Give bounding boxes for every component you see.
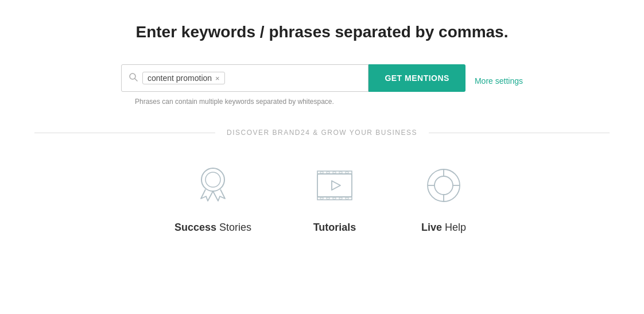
keyword-tag: content promotion × [142,72,225,84]
divider-section: DISCOVER BRAND24 & GROW YOUR BUSINESS [0,129,644,137]
get-mentions-button[interactable]: GET MENTIONS [368,64,465,92]
svg-rect-9 [333,172,336,173]
search-row: content promotion × GET MENTIONS [121,64,465,92]
divider-line-right [429,133,610,133]
keyword-tag-text: content promotion [148,73,212,83]
page-wrapper: Enter keywords / phrases separated by co… [0,0,644,234]
divider-line-left [34,133,215,133]
remove-keyword-button[interactable]: × [215,75,220,82]
search-box[interactable]: content promotion × [121,64,368,92]
svg-rect-7 [320,172,323,173]
svg-rect-4 [317,174,352,197]
search-hint: Phrases can contain multiple keywords se… [133,98,511,106]
svg-rect-10 [339,172,342,173]
svg-rect-14 [333,197,336,199]
search-icon [129,72,138,84]
svg-point-2 [201,168,224,191]
success-stories-card[interactable]: Success Stories [174,160,251,234]
more-settings-link[interactable]: More settings [475,76,523,86]
tutorials-card[interactable]: Tutorials [309,160,360,234]
success-stories-rest: Stories [216,222,251,233]
svg-point-18 [434,176,453,195]
svg-point-3 [205,172,220,187]
cards-row: Success Stories [0,160,644,234]
divider-text: DISCOVER BRAND24 & GROW YOUR BUSINESS [215,129,429,137]
success-stories-icon [187,160,239,211]
tutorials-icon [309,160,360,211]
svg-line-1 [135,79,137,81]
live-help-label: Live Help [421,222,466,234]
tag-input-area[interactable]: content promotion × [142,72,361,84]
svg-rect-8 [327,172,329,173]
tutorials-bold: Tutorials [313,222,356,233]
svg-rect-11 [346,172,348,173]
live-help-bold: Live [421,222,442,233]
success-stories-label: Success Stories [174,222,251,234]
svg-rect-12 [320,197,323,199]
live-help-icon [418,160,470,211]
live-help-rest: Help [442,222,466,233]
tutorials-label: Tutorials [313,222,356,234]
svg-rect-13 [327,197,329,199]
svg-rect-16 [346,197,348,199]
success-stories-bold: Success [174,222,216,233]
page-title: Enter keywords / phrases separated by co… [136,23,509,41]
live-help-card[interactable]: Live Help [418,160,470,234]
svg-rect-15 [339,197,342,199]
